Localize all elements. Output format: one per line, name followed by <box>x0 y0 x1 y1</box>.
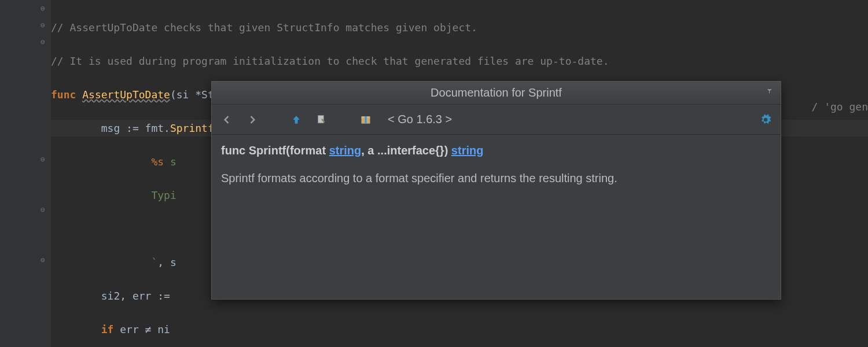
doc-description: Sprintf formats according to a format sp… <box>221 169 771 187</box>
doc-context-label: < Go 1.6.3 > <box>388 113 452 126</box>
doc-signature: func Sprintf(format string, a ...interfa… <box>221 142 771 159</box>
nav-back-icon[interactable] <box>220 113 234 127</box>
doc-titlebar: Documentation for Sprintf <box>212 82 781 105</box>
fold-marker-icon[interactable]: ⊖ <box>41 17 45 34</box>
fold-marker-icon[interactable]: ⊖ <box>41 151 45 168</box>
truncated-comment: / 'go gen <box>811 98 868 115</box>
doc-title: Documentation for Sprintf <box>431 86 562 99</box>
call-sprintf: Sprintf <box>170 122 214 134</box>
svg-rect-0 <box>318 115 323 123</box>
doc-toolbar: < Go 1.6.3 > <box>212 105 781 135</box>
gear-icon[interactable] <box>759 113 773 127</box>
nav-up-icon[interactable] <box>289 113 303 127</box>
fold-marker-icon[interactable]: ⊖ <box>41 201 45 218</box>
type-link-string[interactable]: string <box>329 144 362 157</box>
edit-source-icon[interactable] <box>315 113 329 127</box>
fold-marker-icon[interactable]: ⊖ <box>41 34 45 50</box>
pin-icon[interactable] <box>763 86 774 99</box>
svg-rect-3 <box>365 116 366 124</box>
doc-body: func Sprintf(format string, a ...interfa… <box>212 135 781 299</box>
editor-gutter: ⊖ ⊖ ⊖ ⊖ ⊖ ⊖ <box>0 0 51 347</box>
comment-line: // It is used during program initializat… <box>51 55 609 67</box>
function-name: AssertUpToDate <box>82 88 170 101</box>
keyword-func: func <box>51 88 76 101</box>
nav-forward-icon[interactable] <box>245 113 259 127</box>
fold-marker-icon[interactable]: ⊖ <box>41 252 45 268</box>
comment-line: // AssertUpToDate checks that given Stru… <box>51 21 477 34</box>
fold-marker-icon[interactable]: ⊖ <box>41 0 45 17</box>
package-icon[interactable] <box>359 113 373 127</box>
type-link-string[interactable]: string <box>451 144 484 157</box>
documentation-popup: Documentation for Sprintf < Go 1.6.3 > f… <box>211 81 781 300</box>
